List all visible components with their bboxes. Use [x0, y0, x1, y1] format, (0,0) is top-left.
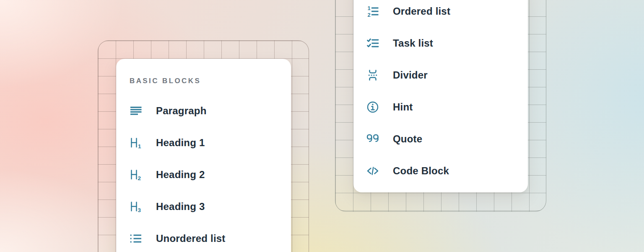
code-block-icon	[366, 165, 379, 177]
menu-item-label: Paragraph	[156, 105, 207, 117]
divider-icon	[366, 69, 379, 81]
menu-item-heading-3[interactable]: 3 Heading 3	[130, 191, 291, 223]
paragraph-icon	[130, 105, 142, 117]
menu-item-unordered-list[interactable]: Unordered list	[130, 223, 291, 252]
menu-item-code-block[interactable]: Code Block	[366, 155, 528, 187]
menu-item-task-list[interactable]: Task list	[366, 27, 528, 59]
menu-item-label: Ordered list	[393, 5, 450, 17]
menu-item-label: Task list	[393, 37, 433, 49]
menu-item-hint[interactable]: Hint	[366, 91, 528, 123]
svg-text:3: 3	[138, 207, 141, 213]
hint-icon	[366, 101, 379, 113]
task-list-icon	[366, 37, 379, 50]
heading-2-icon: 2	[130, 168, 142, 181]
menu-item-label: Unordered list	[156, 233, 226, 244]
more-blocks-menu-card: 12 Ordered list Task list Divider Hint Q…	[353, 0, 528, 192]
menu-item-label: Heading 1	[156, 137, 205, 149]
menu-item-heading-2[interactable]: 2 Heading 2	[130, 159, 291, 191]
menu-item-label: Divider	[393, 69, 428, 81]
menu-item-heading-1[interactable]: 1 Heading 1	[130, 127, 291, 159]
menu-item-paragraph[interactable]: Paragraph	[130, 95, 291, 127]
more-blocks-list: 12 Ordered list Task list Divider Hint Q…	[366, 0, 528, 187]
basic-blocks-list: Paragraph 1 Heading 1 2 Heading 2 3 Head…	[130, 95, 291, 252]
basic-blocks-section-label: BASIC BLOCKS	[130, 77, 291, 85]
svg-text:2: 2	[138, 175, 141, 181]
menu-item-label: Hint	[393, 101, 413, 113]
svg-text:2: 2	[368, 12, 371, 18]
quote-icon	[366, 133, 379, 145]
menu-item-quote[interactable]: Quote	[366, 123, 528, 155]
page-background: BASIC BLOCKS Paragraph 1 Heading 1 2 Hea…	[0, 0, 644, 252]
heading-1-icon: 1	[130, 136, 142, 149]
menu-item-label: Code Block	[393, 165, 449, 177]
menu-item-divider[interactable]: Divider	[366, 59, 528, 91]
svg-text:1: 1	[368, 5, 371, 11]
heading-3-icon: 3	[130, 200, 142, 213]
menu-item-ordered-list[interactable]: 12 Ordered list	[366, 0, 528, 27]
menu-item-label: Quote	[393, 133, 422, 145]
svg-text:1: 1	[138, 143, 141, 149]
unordered-list-icon	[130, 232, 142, 245]
menu-item-label: Heading 3	[156, 201, 205, 213]
basic-blocks-menu-card: BASIC BLOCKS Paragraph 1 Heading 1 2 Hea…	[116, 59, 291, 252]
menu-item-label: Heading 2	[156, 169, 205, 181]
ordered-list-icon: 12	[366, 5, 379, 18]
